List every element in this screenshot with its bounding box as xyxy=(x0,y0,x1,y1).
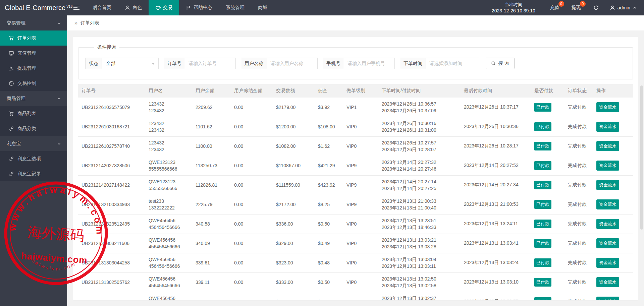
nav-item-mall[interactable]: 商城 xyxy=(251,0,274,15)
username-line2: 123432 xyxy=(149,127,189,133)
cell-commission: $108.00 xyxy=(315,117,343,136)
fund-flow-button[interactable]: 资金流水 xyxy=(596,258,619,268)
paid-badge: 已付款 xyxy=(534,220,551,228)
fund-flow-button[interactable]: 资金流水 xyxy=(596,219,619,229)
username-line1: QWE123123 xyxy=(149,159,189,166)
nav-item-help-center[interactable]: 帮助中心 xyxy=(179,0,219,15)
cell-commission: $423.92 xyxy=(315,175,343,195)
cell-frozen: 0.00 xyxy=(231,292,273,300)
nav-label: 系统管理 xyxy=(226,5,245,11)
refresh-button[interactable] xyxy=(587,0,605,15)
cell-paid: 已付款 xyxy=(531,214,565,234)
cell-username: QWE456456 456456456666 xyxy=(145,234,192,253)
cell-status: 完成付款 xyxy=(565,253,593,272)
fund-flow-button[interactable]: 资金流水 xyxy=(596,180,619,190)
cell-order-pay-time: 2023年12月13日 13:02:50 2023年12月13日 13:02:5… xyxy=(378,272,461,292)
cell-level: VIP0 xyxy=(343,253,378,272)
status-select[interactable]: 全部 xyxy=(102,58,159,69)
pay-time: 2023年12月13日 21:00:40 xyxy=(382,204,457,211)
app-logo-text: Global E-Commerce xyxy=(5,4,65,12)
search-icon xyxy=(491,61,496,66)
cell-order-no: UB2312131323512495 xyxy=(78,214,145,234)
nav-item-system[interactable]: 系统管理 xyxy=(219,0,251,15)
username-line2: 456456456666 xyxy=(149,243,189,250)
fund-flow-button[interactable]: 资金流水 xyxy=(596,122,619,132)
person-icon xyxy=(610,5,615,10)
sidebar-item-goods-category[interactable]: 商品分类 xyxy=(0,121,67,136)
withdraw-button[interactable]: 提现 0 xyxy=(566,0,587,15)
search-button-label: 搜 索 xyxy=(498,60,509,66)
scales-icon xyxy=(155,5,161,10)
nav-item-roles[interactable]: 角色 xyxy=(118,0,149,15)
sidebar-group-goods-mgmt[interactable]: 商品管理 xyxy=(0,91,67,106)
sidebar-item-withdraw-mgmt[interactable]: 提现管理 xyxy=(0,61,67,76)
fund-flow-button[interactable]: 资金流水 xyxy=(596,141,619,151)
pay-time: 2023年12月26日 10:28:07 xyxy=(382,146,457,153)
cell-actions: 资金流水 xyxy=(593,98,633,117)
phone-input[interactable] xyxy=(344,58,395,69)
recharge-button[interactable]: 充值 0 xyxy=(544,0,566,15)
sidebar-item-interest-options[interactable]: 利息宝选项 xyxy=(0,151,67,166)
cell-paid: 已付款 xyxy=(531,272,565,292)
cell-status: 完成付款 xyxy=(565,136,593,156)
cell-order-no: UB2312132100334933 xyxy=(78,195,145,214)
order-no-input[interactable] xyxy=(185,58,236,69)
cell-amount: $2179.00 xyxy=(273,98,315,117)
cell-level: VIP0 xyxy=(343,117,378,136)
col-username: 用户名 xyxy=(145,84,192,98)
cell-order-pay-time: 2023年12月26日 10:36:57 2023年12月26日 10:37:0… xyxy=(378,98,461,117)
cell-last-pay-time: 2023年12月13日 13:03:41 xyxy=(461,234,531,253)
cell-commission: $8.25 xyxy=(315,195,343,214)
top-nav: 后台首页 角色 交易 帮助中心 系统管理 商城 xyxy=(86,0,274,15)
sidebar-item-interest-records[interactable]: 利息宝记录 xyxy=(0,166,67,181)
username-line1: 123432 xyxy=(149,101,189,107)
cell-status: 完成付款 xyxy=(565,272,593,292)
table-row: UB2312261027578740 123432 123432 1100.00… xyxy=(78,136,633,156)
fund-flow-button[interactable]: 资金流水 xyxy=(596,161,619,171)
sidebar-group-interest[interactable]: 利息宝 xyxy=(0,136,67,151)
cell-actions: 资金流水 xyxy=(593,253,633,272)
sidebar-group-label: 商品管理 xyxy=(7,96,25,102)
username-line2: 55555566666 xyxy=(149,166,189,172)
username-line2: 55555566666 xyxy=(149,185,189,192)
username-line1: 123432 xyxy=(149,139,189,146)
cell-username: QWE456456 456456456666 xyxy=(145,292,192,300)
fund-flow-button[interactable]: 资金流水 xyxy=(596,238,619,248)
scrollbar-thumb[interactable] xyxy=(640,85,643,230)
cell-frozen: 0.00 xyxy=(231,234,273,253)
paid-badge: 已付款 xyxy=(534,142,551,150)
order-time-input[interactable] xyxy=(426,58,479,69)
filter-username: 用户名称 xyxy=(241,58,318,69)
fund-flow-button[interactable]: 资金流水 xyxy=(596,102,619,112)
paid-badge: 已付款 xyxy=(534,278,551,287)
sidebar-item-recharge-mgmt[interactable]: 充值管理 xyxy=(0,46,67,61)
sidebar-group-trade-mgmt[interactable]: 交易管理 xyxy=(0,15,67,30)
search-button[interactable]: 搜 索 xyxy=(486,58,515,69)
filter-phone: 手机号 xyxy=(323,58,395,69)
filter-status: 状态 全部 xyxy=(85,58,159,69)
username-input[interactable] xyxy=(267,58,318,69)
cell-paid: 已付款 xyxy=(531,253,565,272)
cell-actions: 资金流水 xyxy=(593,136,633,156)
fund-flow-button[interactable]: 资金流水 xyxy=(596,297,619,300)
table-row: UB2312131303044258 QWE456456 45645645666… xyxy=(78,253,633,272)
username-line2: 456456456666 xyxy=(149,282,189,289)
sidebar-item-label: 订单列表 xyxy=(17,35,36,41)
cell-last-pay-time: 2023年12月26日 10:30:36 xyxy=(461,117,531,136)
sidebar-item-goods-list[interactable]: 商品列表 xyxy=(0,106,67,121)
fund-flow-button[interactable]: 资金流水 xyxy=(596,199,619,209)
nav-label: 角色 xyxy=(132,5,142,11)
user-menu[interactable]: admin xyxy=(605,5,644,10)
refresh-icon xyxy=(593,5,599,11)
sidebar-item-trade-control[interactable]: 交易控制 xyxy=(0,76,67,91)
pay-time: 2023年12月13日 13:03:11 xyxy=(382,263,457,269)
fund-flow-button[interactable]: 资金流水 xyxy=(596,277,619,287)
sidebar-item-order-list[interactable]: 订单列表 xyxy=(0,30,67,46)
nav-item-dashboard[interactable]: 后台首页 xyxy=(86,0,118,15)
cell-order-pay-time: 2023年12月14日 20:27:32 2023年12月14日 20:27:4… xyxy=(378,156,461,175)
sidebar-submenu-trade: 订单列表 充值管理 提现管理 交易控制 xyxy=(0,30,67,91)
col-amount: 交易数额 xyxy=(273,84,315,98)
cell-balance: 339.61 xyxy=(192,253,231,272)
nav-item-trade[interactable]: 交易 xyxy=(149,0,179,15)
paid-badge: 已付款 xyxy=(534,103,551,112)
